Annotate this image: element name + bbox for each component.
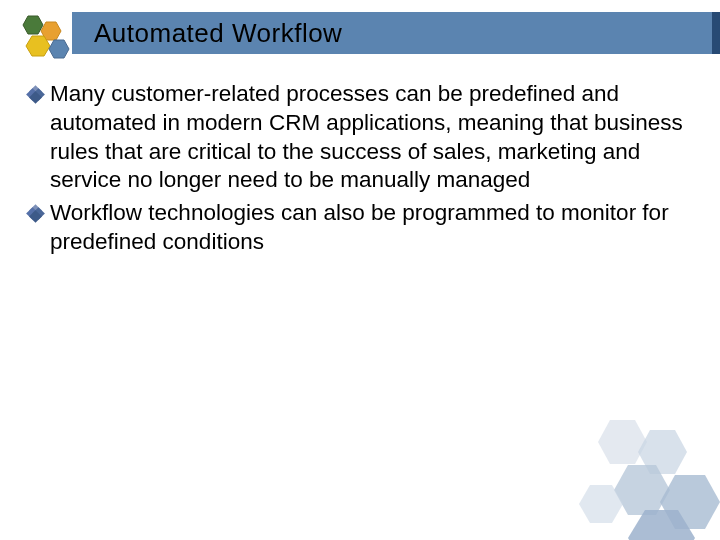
slide-title: Automated Workflow	[94, 18, 342, 49]
slide-content: Many customer-related processes can be p…	[28, 80, 688, 261]
svg-marker-4	[598, 420, 647, 464]
svg-marker-0	[23, 16, 43, 34]
bullet-text: Many customer-related processes can be p…	[50, 80, 688, 195]
hexagon-footer-decoration-icon	[550, 410, 720, 540]
diamond-bullet-icon	[28, 206, 42, 220]
diamond-bullet-icon	[28, 87, 42, 101]
bullet-text: Workflow technologies can also be progra…	[50, 199, 688, 257]
title-bar: Automated Workflow	[72, 12, 712, 54]
bullet-item: Many customer-related processes can be p…	[28, 80, 688, 195]
bullet-item: Workflow technologies can also be progra…	[28, 199, 688, 257]
svg-marker-3	[49, 40, 69, 58]
